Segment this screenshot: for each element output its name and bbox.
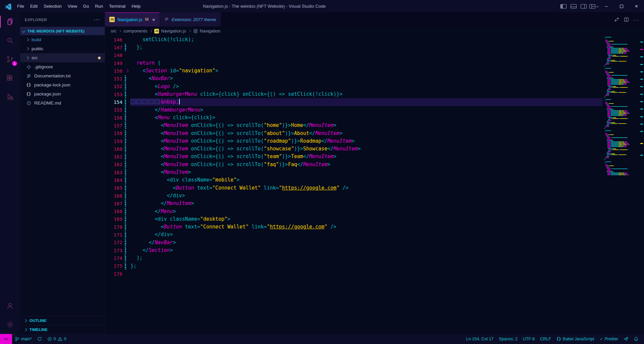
code-line-172[interactable]: 172 </NavBar> [105, 239, 602, 247]
code-line-149[interactable]: 149 return ( [105, 59, 602, 67]
code-line-176[interactable]: 176 [105, 270, 602, 278]
tree-item-src[interactable]: src [20, 53, 105, 62]
code-line-160[interactable]: 160 <MenuItem onClick={() => scrollTo("s… [105, 145, 602, 153]
status-cursor-position[interactable]: Ln 154, Col 17 [464, 334, 496, 344]
overview-ruler[interactable] [639, 36, 644, 334]
activity-extensions[interactable] [0, 69, 20, 87]
code-line-164[interactable]: 164 <div className="mobile"> [105, 176, 602, 184]
status-language[interactable]: {}Babel JavaScript [554, 334, 597, 344]
status-notifications[interactable] [631, 334, 641, 344]
git-modified-gutter [125, 91, 126, 98]
more-actions-icon[interactable]: ··· [94, 17, 100, 23]
more-icon[interactable]: ··· [632, 15, 641, 24]
breadcrumb-navigation-js[interactable]: JSNavigation.js [154, 28, 186, 33]
project-section-header[interactable]: THE WEIRDOS (NFT WEBSITE) [20, 27, 105, 35]
menu-selection[interactable]: Selection [41, 0, 64, 12]
code-line-165[interactable]: 165 <Button text="Connect Wallet" link="… [105, 184, 602, 192]
code-line-157[interactable]: 157 <MenuItem onClick={() => scrollTo("h… [105, 122, 602, 129]
code-line-147[interactable]: 147 }; [105, 44, 602, 51]
layout-icon[interactable] [589, 0, 599, 12]
code-line-174[interactable]: 174 ); [105, 254, 602, 262]
code-line-171[interactable]: 171 </div> [105, 231, 602, 238]
code-line-151[interactable]: 151 <NavBar> [105, 75, 602, 82]
code-line-162[interactable]: 162 <MenuItem onClick={() => scrollTo("f… [105, 161, 602, 168]
code-line-161[interactable]: 161 <MenuItem onClick={() => scrollTo("t… [105, 153, 602, 160]
code-line-167[interactable]: 167 </MenuItem> [105, 200, 602, 207]
code-line-156[interactable]: 156 <Menu click={click}> [105, 114, 602, 122]
minimize-button[interactable] [599, 0, 614, 12]
activity-explorer[interactable] [0, 12, 20, 31]
code-line-150[interactable]: 150 <Section id="navigation"> [105, 67, 602, 75]
menu-run[interactable]: Run [92, 0, 106, 12]
line-number: 147 [105, 45, 122, 50]
code-line-173[interactable]: 173 </Section> [105, 247, 602, 254]
code-line-159[interactable]: 159 <MenuItem onClick={() => scrollTo("r… [105, 137, 602, 145]
tree-item-build[interactable]: build [20, 35, 105, 44]
file-tree: buildpublicsrc.gitignoreDocumentation.tx… [20, 35, 105, 108]
activity-accounts[interactable] [0, 296, 20, 315]
activity-settings[interactable] [0, 315, 20, 334]
code-line-158[interactable]: 158 <MenuItem onClick={() => scrollTo("a… [105, 130, 602, 137]
close-tab-icon[interactable]: × [152, 17, 155, 22]
status-indentation[interactable]: Spaces: 2 [496, 334, 520, 344]
tree-item-gitignore[interactable]: .gitignore [20, 62, 105, 71]
code-line-154[interactable]: 154&nbsp; [105, 98, 602, 106]
code-line-175[interactable]: 175}; [105, 262, 602, 270]
code-line-148[interactable]: 148 [105, 52, 602, 59]
breadcrumb-navigation[interactable]: Navigation [193, 28, 220, 33]
split-editor-icon[interactable] [622, 15, 631, 24]
tree-item-public[interactable]: public [20, 44, 105, 53]
compare-icon[interactable] [612, 15, 621, 24]
menu-go[interactable]: Go [80, 0, 92, 12]
menu-edit[interactable]: Edit [27, 0, 41, 12]
problems-status[interactable]: 00 [45, 334, 69, 344]
breadcrumb-components[interactable]: components [123, 28, 147, 33]
maximize-button[interactable] [614, 0, 629, 12]
code-line-152[interactable]: 152 <Logo /> [105, 83, 602, 90]
panel-outline[interactable]: OUTLINE [20, 316, 105, 325]
json-icon: {} [26, 83, 31, 87]
tab-extension-2077-theme[interactable]: Extension: 2077 theme [160, 12, 221, 26]
tree-item-documentation-txt[interactable]: Documentation.txt [20, 71, 105, 80]
code-line-170[interactable]: 170 <Button text="Connect Wallet" link="… [105, 223, 602, 231]
status-formatter[interactable]: ✓Prettier [597, 334, 621, 344]
panel-left-icon[interactable] [558, 0, 569, 12]
git-modified-gutter [125, 263, 126, 270]
tree-item-package-json[interactable]: {}package.json [20, 89, 105, 98]
tree-item-readme-md[interactable]: README.md [20, 98, 105, 108]
panel-right-icon[interactable] [579, 0, 589, 12]
code-line-166[interactable]: 166 </div> [105, 192, 602, 200]
line-number: 173 [105, 248, 122, 253]
activity-source-control[interactable]: 1 [0, 50, 20, 69]
activity-run-and-debug[interactable] [0, 87, 20, 106]
git-modified-gutter [125, 223, 126, 230]
code-line-169[interactable]: 169 <div className="desktop"> [105, 215, 602, 223]
remote-indicator[interactable]: >< [0, 334, 12, 344]
panel-bottom-icon[interactable] [569, 0, 579, 12]
minimap[interactable] [602, 36, 639, 334]
code-line-163[interactable]: 163 <MenuItem> [105, 168, 602, 176]
status-encoding[interactable]: UTF-8 [520, 334, 537, 344]
menu-help[interactable]: Help [128, 0, 144, 12]
status-feedback[interactable] [621, 334, 631, 344]
code-line-153[interactable]: 153 <HamburgerMenu click={click} onClick… [105, 90, 602, 98]
code-line-168[interactable]: 168 </Menu> [105, 208, 602, 215]
code-editor[interactable]: 146 setClick(!click);147 };148149 return… [105, 36, 644, 334]
info-icon [26, 101, 31, 106]
breadcrumb-src[interactable]: src [111, 28, 116, 33]
branch-status[interactable]: main* [12, 334, 35, 344]
menu-view[interactable]: View [65, 0, 80, 12]
tab-navigation-js[interactable]: JSNavigation.jsM× [105, 12, 160, 26]
code-line-155[interactable]: 155 </HamburgerMenu> [105, 106, 602, 114]
activity-search[interactable] [0, 31, 20, 50]
close-button[interactable]: × [629, 0, 644, 12]
panel-timeline[interactable]: TIMELINE [20, 325, 105, 334]
line-number: 168 [105, 209, 122, 214]
code-line-146[interactable]: 146 setClick(!click); [105, 36, 602, 44]
sync-status[interactable] [35, 334, 45, 344]
text-cursor [179, 99, 180, 105]
tree-item-package-lock-json[interactable]: {}package-lock.json [20, 80, 105, 89]
menu-file[interactable]: File [14, 0, 27, 12]
status-eol[interactable]: CRLF [537, 334, 554, 344]
menu-terminal[interactable]: Terminal [106, 0, 128, 12]
